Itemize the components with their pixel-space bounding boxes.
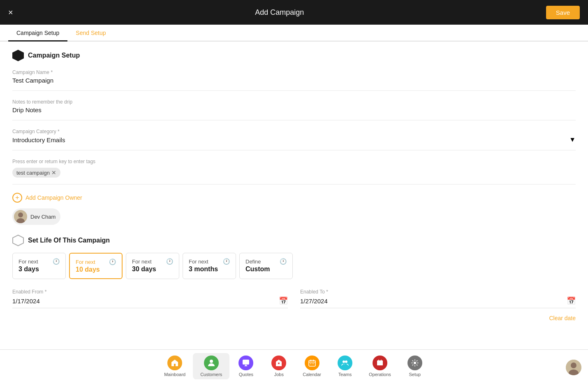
nav-item-teams[interactable]: Teams xyxy=(329,353,361,379)
life-card-3days-label: For next xyxy=(19,259,38,265)
life-card-custom-value: Custom xyxy=(245,266,287,273)
enabled-from-field: Enabled From * 1/17/2024 📅 xyxy=(12,289,288,308)
add-campaign-owner-button[interactable]: + Add Campaign Owner xyxy=(12,193,82,203)
clock-icon-3months: 🕐 xyxy=(223,258,230,265)
close-button[interactable]: × xyxy=(8,8,13,17)
category-value: Introductory Emails xyxy=(12,136,65,143)
section-header: Campaign Setup xyxy=(12,50,576,61)
notes-label: Notes to remember the drip xyxy=(12,99,576,105)
svg-marker-3 xyxy=(13,235,23,246)
setup-icon xyxy=(407,356,422,370)
owner-avatar xyxy=(14,210,27,223)
life-card-custom[interactable]: Define 🕐 Custom xyxy=(239,253,293,279)
calendar-label: Calendar xyxy=(303,372,321,377)
customers-label: Customers xyxy=(200,372,222,377)
nav-item-mainboard[interactable]: Mainboard xyxy=(157,353,193,379)
svg-point-4 xyxy=(210,360,213,363)
campaign-life-icon xyxy=(12,235,24,246)
quotes-label: Quotes xyxy=(239,372,253,377)
life-card-30days[interactable]: For next 🕐 30 days xyxy=(126,253,179,279)
nav-item-setup[interactable]: Setup xyxy=(398,353,431,379)
svg-point-17 xyxy=(571,363,576,368)
svg-rect-9 xyxy=(310,363,311,364)
tags-container: Press enter or return key to enter tags … xyxy=(12,159,576,185)
life-card-custom-label: Define xyxy=(245,259,261,265)
mainboard-label: Mainboard xyxy=(164,372,185,377)
campaign-name-value[interactable]: Test Campaign xyxy=(12,77,576,84)
jobs-icon xyxy=(271,356,286,370)
tab-campaign-setup[interactable]: Campaign Setup xyxy=(8,25,67,42)
save-button[interactable]: Save xyxy=(546,6,580,19)
nav-item-jobs[interactable]: Jobs xyxy=(262,353,295,379)
clear-date-button[interactable]: Clear date xyxy=(12,315,576,321)
life-card-30days-value: 30 days xyxy=(132,266,173,273)
svg-rect-8 xyxy=(313,360,314,361)
clock-icon-30days: 🕐 xyxy=(166,258,173,265)
date-row: Enabled From * 1/17/2024 📅 Enabled To * … xyxy=(12,289,576,308)
operations-label: Operations xyxy=(369,372,391,377)
calendar-icon xyxy=(305,356,319,370)
life-card-3months-value: 3 months xyxy=(189,266,230,273)
svg-rect-5 xyxy=(243,360,249,365)
svg-rect-11 xyxy=(313,363,314,364)
svg-rect-14 xyxy=(377,360,383,365)
enabled-from-input-row: 1/17/2024 📅 xyxy=(12,296,288,308)
app-header: × Add Campaign Save xyxy=(0,0,588,25)
enabled-to-field: Enabled To * 1/27/2024 📅 xyxy=(300,289,576,308)
dropdown-icon: ▼ xyxy=(569,136,576,143)
campaign-setup-icon xyxy=(12,50,24,61)
tab-send-setup[interactable]: Send Setup xyxy=(67,25,114,42)
life-card-3months[interactable]: For next 🕐 3 months xyxy=(183,253,236,279)
campaign-life-title: Set Life Of This Campaign xyxy=(28,237,110,244)
enabled-to-calendar-icon[interactable]: 📅 xyxy=(567,296,576,305)
life-card-30days-label: For next xyxy=(132,259,152,265)
clock-icon-3days: 🕐 xyxy=(53,258,60,265)
enabled-to-value[interactable]: 1/27/2024 xyxy=(300,298,328,305)
nav-item-calendar[interactable]: Calendar xyxy=(295,353,329,379)
clock-icon-10days: 🕐 xyxy=(109,259,116,265)
tags-label: Press enter or return key to enter tags xyxy=(12,159,576,164)
nav-item-quotes[interactable]: Quotes xyxy=(229,353,262,379)
svg-rect-10 xyxy=(312,363,313,364)
quotes-icon xyxy=(238,356,253,370)
category-select[interactable]: Introductory Emails ▼ xyxy=(12,136,576,143)
life-card-10days-value: 10 days xyxy=(76,266,116,273)
mainboard-icon xyxy=(167,356,182,370)
tab-bar: Campaign Setup Send Setup xyxy=(0,25,588,42)
tags-list: test campaign ✕ xyxy=(12,168,576,178)
enabled-to-input-row: 1/27/2024 📅 xyxy=(300,296,576,308)
teams-icon xyxy=(338,356,352,370)
life-card-10days[interactable]: For next 🕐 10 days xyxy=(69,253,123,279)
user-avatar-corner[interactable] xyxy=(566,360,581,375)
life-card-3days[interactable]: For next 🕐 3 days xyxy=(12,253,66,279)
notes-value[interactable]: Drip Notes xyxy=(12,106,576,113)
svg-rect-7 xyxy=(310,360,311,361)
enabled-from-calendar-icon[interactable]: 📅 xyxy=(279,296,288,305)
tag-item: test campaign ✕ xyxy=(12,168,60,178)
svg-point-15 xyxy=(414,362,416,364)
category-label: Campaign Category * xyxy=(12,129,576,134)
tag-remove-button[interactable]: ✕ xyxy=(51,169,56,176)
notes-field: Notes to remember the drip Drip Notes xyxy=(12,99,576,120)
page-title: Add Campaign xyxy=(255,8,304,17)
enabled-to-label: Enabled To * xyxy=(300,289,576,295)
campaign-name-label: Campaign Name * xyxy=(12,69,576,75)
add-owner-label: Add Campaign Owner xyxy=(25,194,82,201)
operations-icon xyxy=(373,356,387,370)
life-options: For next 🕐 3 days For next 🕐 10 days For… xyxy=(12,253,576,279)
campaign-life-header: Set Life Of This Campaign xyxy=(12,235,576,246)
enabled-from-label: Enabled From * xyxy=(12,289,288,295)
svg-point-12 xyxy=(343,360,345,363)
enabled-from-value[interactable]: 1/17/2024 xyxy=(12,298,40,305)
add-owner-icon: + xyxy=(12,193,22,203)
bottom-navigation: Mainboard Customers Quotes Jobs xyxy=(0,349,588,381)
life-card-3months-label: For next xyxy=(189,259,208,265)
teams-label: Teams xyxy=(338,372,352,377)
svg-point-1 xyxy=(18,212,23,217)
nav-item-operations[interactable]: Operations xyxy=(361,353,398,379)
nav-item-customers[interactable]: Customers xyxy=(193,353,229,379)
campaign-name-field: Campaign Name * Test Campaign xyxy=(12,69,576,91)
owner-name: Dev Cham xyxy=(30,214,56,220)
customers-icon xyxy=(204,356,219,370)
owner-chip[interactable]: Dev Cham xyxy=(12,208,60,225)
